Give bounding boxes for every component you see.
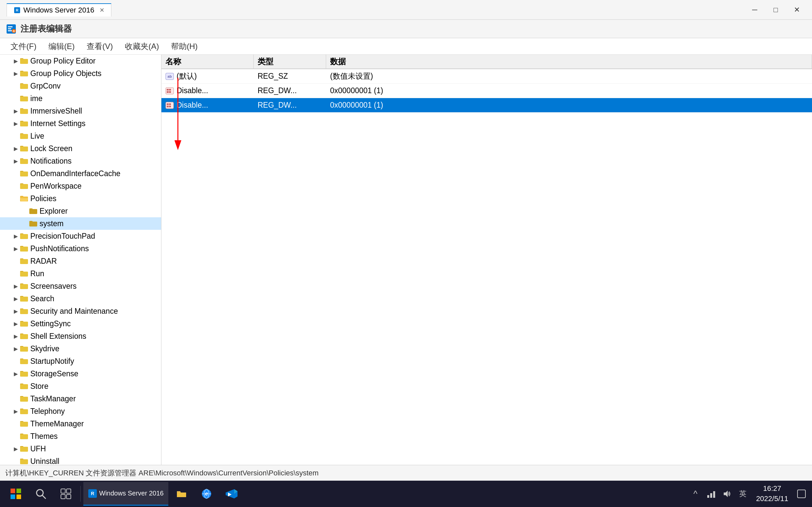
tree-chevron-icon[interactable] — [12, 395, 20, 403]
tree-item[interactable]: ▶Notifications — [0, 155, 161, 167]
tree-item[interactable]: Live — [0, 130, 161, 142]
tree-chevron-icon[interactable]: ▶ — [12, 57, 20, 65]
file-explorer-button[interactable] — [170, 482, 193, 506]
reg-cell-name: Disable... — [161, 101, 254, 110]
tree-chevron-icon[interactable] — [12, 95, 20, 102]
tree-chevron-icon[interactable] — [12, 432, 20, 440]
tree-chevron-icon[interactable]: ▶ — [12, 332, 20, 340]
tree-chevron-icon[interactable]: ▶ — [12, 244, 20, 252]
tree-chevron-icon[interactable]: ▶ — [12, 157, 20, 165]
tree-item[interactable]: ▶Search — [0, 292, 161, 305]
tree-chevron-icon[interactable] — [12, 182, 20, 190]
tree-chevron-icon[interactable]: ▶ — [12, 232, 20, 240]
tree-chevron-icon[interactable]: ▶ — [12, 345, 20, 353]
tree-item[interactable]: Run — [0, 267, 161, 280]
tree-panel[interactable]: ▶Group Policy Editor▶Group Policy Object… — [0, 55, 161, 465]
tree-item[interactable]: Explorer — [0, 205, 161, 217]
tray-network-icon[interactable] — [705, 487, 718, 500]
tree-item[interactable]: OnDemandInterfaceCache — [0, 167, 161, 180]
tree-item[interactable]: ▶SettingSync — [0, 317, 161, 330]
tree-chevron-icon[interactable] — [21, 207, 29, 215]
tree-item[interactable]: ▶Screensavers — [0, 280, 161, 292]
registry-row[interactable]: Disable...REG_DW...0x00000001 (1) — [161, 98, 812, 113]
tree-chevron-icon[interactable] — [12, 257, 20, 265]
tree-item[interactable]: ▶Telephony — [0, 405, 161, 417]
tree-item[interactable]: ▶PrecisionTouchPad — [0, 230, 161, 242]
tree-item[interactable]: Uninstall — [0, 455, 161, 465]
tree-item[interactable]: TaskManager — [0, 392, 161, 405]
tree-chevron-icon[interactable] — [12, 132, 20, 140]
reg-cell-name: Disable... — [161, 86, 254, 95]
tree-chevron-icon[interactable]: ▶ — [12, 445, 20, 453]
close-button[interactable]: ✕ — [787, 3, 807, 16]
tree-item[interactable]: GrpConv — [0, 80, 161, 92]
tree-item[interactable]: ▶Group Policy Editor — [0, 55, 161, 67]
tree-item[interactable]: ▶ImmersiveShell — [0, 105, 161, 117]
tree-item-label: PrecisionTouchPad — [30, 232, 95, 241]
tree-chevron-icon[interactable] — [21, 220, 29, 227]
tree-chevron-icon[interactable] — [12, 170, 20, 177]
tree-item[interactable]: PenWorkspace — [0, 180, 161, 192]
tree-item[interactable]: ThemeManager — [0, 417, 161, 430]
tree-chevron-icon[interactable] — [12, 457, 20, 465]
tree-item[interactable]: StartupNotify — [0, 355, 161, 368]
tree-chevron-icon[interactable]: ▶ — [12, 320, 20, 328]
tree-item[interactable]: Store — [0, 380, 161, 392]
tray-volume-icon[interactable] — [720, 487, 733, 500]
registry-row[interactable]: ab(默认)REG_SZ(数值未设置) — [161, 69, 812, 83]
start-button[interactable] — [4, 482, 28, 506]
vscode-button[interactable] — [220, 482, 244, 506]
tree-item[interactable]: ▶Internet Settings — [0, 117, 161, 130]
tree-item[interactable]: ▶Security and Maintenance — [0, 305, 161, 317]
ie-button[interactable]: e — [195, 482, 218, 506]
tree-chevron-icon[interactable] — [12, 82, 20, 90]
tree-chevron-icon[interactable] — [12, 270, 20, 278]
tree-item[interactable]: ▶Skydrive — [0, 342, 161, 355]
tree-item[interactable]: ▶Lock Screen — [0, 142, 161, 155]
tree-chevron-icon[interactable]: ▶ — [12, 407, 20, 415]
task-view-button[interactable] — [54, 482, 78, 506]
tree-chevron-icon[interactable] — [12, 420, 20, 428]
tree-item[interactable]: Policies — [0, 192, 161, 205]
tree-item[interactable]: ime — [0, 92, 161, 105]
tree-item[interactable]: ▶Group Policy Objects — [0, 67, 161, 80]
tree-chevron-icon[interactable] — [12, 194, 20, 203]
tree-chevron-icon[interactable]: ▶ — [12, 295, 20, 302]
menu-help[interactable]: 帮助(H) — [166, 39, 203, 54]
tree-chevron-icon[interactable]: ▶ — [12, 307, 20, 315]
tree-item[interactable]: ▶UFH — [0, 443, 161, 455]
tree-item[interactable]: system — [0, 217, 161, 230]
system-clock[interactable]: 16:27 2022/5/11 — [752, 484, 792, 504]
menu-edit[interactable]: 编辑(E) — [43, 39, 80, 54]
tab-close-btn[interactable]: ✕ — [99, 7, 104, 14]
minimize-button[interactable]: ─ — [745, 3, 765, 16]
tree-item[interactable]: ▶PushNotifications — [0, 242, 161, 255]
tree-item[interactable]: ▶Shell Extensions — [0, 330, 161, 342]
tree-chevron-icon[interactable]: ▶ — [12, 370, 20, 378]
tree-chevron-icon[interactable] — [12, 357, 20, 365]
search-button[interactable] — [29, 482, 53, 506]
tree-item[interactable]: RADAR — [0, 255, 161, 267]
window-tab-active[interactable]: R Windows Server 2016 ✕ — [7, 3, 111, 16]
svg-rect-105 — [66, 495, 71, 499]
tree-chevron-icon[interactable] — [12, 382, 20, 390]
tree-chevron-icon[interactable]: ▶ — [12, 107, 20, 115]
menu-file[interactable]: 文件(F) — [5, 39, 42, 54]
menu-favorites[interactable]: 收藏夹(A) — [119, 39, 164, 54]
tree-chevron-icon[interactable]: ▶ — [12, 119, 20, 127]
tree-item[interactable]: ▶StorageSense — [0, 368, 161, 380]
tree-chevron-icon[interactable]: ▶ — [12, 282, 20, 290]
registry-row[interactable]: Disable...REG_DW...0x00000001 (1) — [161, 83, 812, 98]
tree-item[interactable]: Themes — [0, 430, 161, 443]
tray-up-icon[interactable]: ^ — [689, 487, 702, 500]
taskbar-active-window[interactable]: R Windows Server 2016 — [83, 482, 168, 506]
registry-rows[interactable]: ab(默认)REG_SZ(数值未设置)Disable...REG_DW...0x… — [161, 69, 812, 465]
notification-icon[interactable] — [795, 487, 808, 500]
menu-view[interactable]: 查看(V) — [81, 39, 118, 54]
tree-item-label: Uninstall — [30, 457, 59, 465]
folder-icon — [20, 420, 28, 427]
tree-chevron-icon[interactable]: ▶ — [12, 145, 20, 153]
tree-chevron-icon[interactable]: ▶ — [12, 69, 20, 77]
maximize-button[interactable]: □ — [766, 3, 785, 16]
tray-language-icon[interactable]: 英 — [736, 487, 749, 500]
